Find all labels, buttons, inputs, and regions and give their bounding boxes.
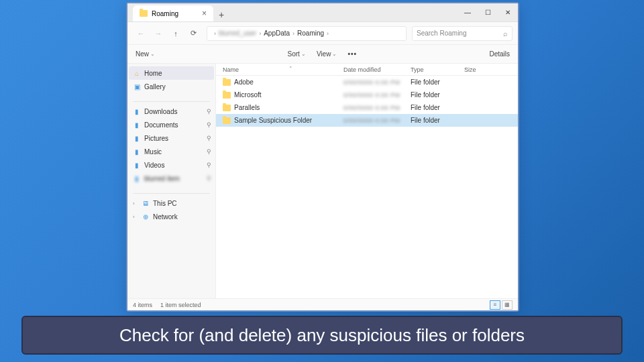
folder-icon [223, 117, 231, 124]
sidebar-item-home[interactable]: ⌂ Home [129, 66, 214, 80]
chevron-right-icon: › [292, 30, 294, 37]
pin-icon: ⚲ [207, 175, 211, 182]
folder-icon [140, 10, 148, 17]
file-date: 0/00/0000 0:00 PM [343, 92, 400, 99]
new-button[interactable]: New ⌄ [136, 50, 155, 58]
more-button[interactable]: ••• [347, 50, 357, 58]
sort-button[interactable]: Sort ⌄ [288, 50, 306, 58]
sidebar-item-documents[interactable]: ▮Documents⚲ [127, 118, 215, 131]
breadcrumb-appdata[interactable]: AppData [264, 29, 290, 37]
address-bar: ← → ↑ ⟳ › blurred_user › AppData › Roami… [127, 22, 518, 45]
file-explorer-window: Roaming × + — ☐ ✕ ← → ↑ ⟳ › blurred_user… [126, 2, 519, 312]
close-window-button[interactable]: ✕ [498, 3, 518, 21]
pin-icon: ⚲ [207, 108, 211, 115]
forward-button[interactable]: → [150, 25, 166, 42]
chevron-down-icon: ⌄ [301, 51, 306, 57]
details-button[interactable]: Details [489, 50, 510, 58]
file-name: Sample Suspicious Folder [234, 117, 312, 124]
sidebar-item-gallery[interactable]: ▣ Gallery [127, 80, 215, 93]
window-controls: — ☐ ✕ [458, 3, 518, 21]
chevron-right-icon: › [327, 30, 329, 37]
status-bar: 4 items 1 item selected ≡ ▦ [127, 298, 518, 310]
pin-icon: ⚲ [207, 162, 211, 168]
file-date: 0/00/0000 0:00 PM [343, 117, 400, 124]
search-icon: ⌕ [503, 29, 508, 38]
file-row[interactable]: Adobe 0/00/0000 0:00 PM File folder [216, 76, 518, 88]
file-type: File folder [411, 104, 464, 111]
file-type: File folder [411, 91, 464, 99]
file-name: Parallels [234, 104, 260, 111]
back-button[interactable]: ← [133, 25, 149, 42]
tab-roaming[interactable]: Roaming × [133, 5, 213, 21]
maximize-button[interactable]: ☐ [478, 3, 498, 21]
sidebar-item-pictures[interactable]: ▮Pictures⚲ [127, 131, 215, 145]
toolbar: New ⌄ Sort ⌄ View ⌄ ••• Details [127, 45, 518, 64]
column-date[interactable]: Date modified [343, 66, 411, 73]
file-date: 0/00/0000 0:00 PM [343, 105, 400, 111]
file-type: File folder [411, 117, 464, 124]
chevron-down-icon: ⌄ [150, 51, 155, 57]
sidebar-item-network[interactable]: ›⊕Network [127, 210, 215, 223]
sidebar-item-videos[interactable]: ▮Videos⚲ [127, 158, 215, 172]
network-icon: ⊕ [142, 213, 150, 221]
chevron-right-icon: › [133, 214, 138, 220]
search-input[interactable]: Search Roaming ⌕ [412, 26, 513, 41]
sidebar-item-music[interactable]: ▮Music⚲ [127, 145, 215, 158]
search-placeholder: Search Roaming [417, 29, 466, 37]
divider [133, 101, 210, 102]
breadcrumb-roaming[interactable]: Roaming [297, 29, 324, 37]
file-type: File folder [411, 78, 464, 86]
breadcrumb-user[interactable]: blurred_user [219, 29, 256, 37]
folder-icon: ▮ [133, 174, 141, 182]
pin-icon: ⚲ [207, 148, 211, 155]
file-row[interactable]: Sample Suspicious Folder 0/00/0000 0:00 … [216, 114, 518, 127]
folder-icon: ▮ [133, 107, 141, 115]
chevron-right-icon: › [259, 30, 261, 37]
sidebar-item-downloads[interactable]: ▮Downloads⚲ [127, 105, 215, 118]
tab-title: Roaming [152, 10, 178, 17]
file-row[interactable]: Microsoft 0/00/0000 0:00 PM File folder [216, 88, 518, 101]
column-headers: Name Date modified Type Size [216, 64, 518, 76]
chevron-down-icon: ⌄ [332, 51, 337, 57]
file-name: Adobe [234, 78, 254, 86]
folder-icon [223, 92, 231, 99]
gallery-icon: ▣ [133, 82, 141, 90]
item-count: 4 items [133, 302, 152, 308]
thumbnails-view-button[interactable]: ▦ [502, 300, 513, 310]
breadcrumb[interactable]: › blurred_user › AppData › Roaming › [207, 26, 407, 41]
divider [133, 193, 210, 194]
content-area: ⌂ Home ▣ Gallery ▮Downloads⚲ ▮Documents⚲… [127, 64, 518, 298]
file-name: Microsoft [234, 91, 262, 99]
new-tab-button[interactable]: + [213, 9, 229, 21]
file-date: 0/00/0000 0:00 PM [343, 79, 400, 86]
navigation-sidebar: ⌂ Home ▣ Gallery ▮Downloads⚲ ▮Documents⚲… [127, 64, 216, 298]
file-list: Adobe 0/00/0000 0:00 PM File folder Micr… [216, 76, 518, 127]
folder-icon: ▮ [133, 134, 141, 142]
column-type[interactable]: Type [411, 66, 464, 73]
minimize-button[interactable]: — [458, 3, 478, 21]
folder-icon: ▮ [133, 147, 141, 156]
close-tab-icon[interactable]: × [202, 9, 207, 18]
up-button[interactable]: ↑ [168, 25, 184, 42]
file-row[interactable]: Parallels 0/00/0000 0:00 PM File folder [216, 101, 518, 114]
refresh-button[interactable]: ⟳ [185, 25, 201, 42]
folder-icon: ▮ [133, 121, 141, 129]
details-view-button[interactable]: ≡ [490, 300, 500, 310]
instruction-caption: Check for (and delete) any suspicious fi… [21, 316, 623, 355]
column-name[interactable]: Name [223, 66, 343, 73]
view-button[interactable]: View ⌄ [317, 50, 337, 58]
folder-icon [223, 79, 231, 86]
selection-count: 1 item selected [160, 302, 201, 308]
pin-icon: ⚲ [207, 121, 211, 128]
pc-icon: 🖥 [142, 199, 150, 207]
pin-icon: ⚲ [207, 135, 211, 141]
sidebar-item-blurred[interactable]: ▮blurred item⚲ [127, 172, 215, 185]
folder-icon: ▮ [133, 161, 141, 169]
home-icon: ⌂ [133, 69, 141, 77]
tab-bar: Roaming × + — ☐ ✕ [127, 3, 518, 22]
chevron-right-icon: › [133, 200, 138, 206]
column-size[interactable]: Size [464, 66, 498, 73]
file-list-pane: Name Date modified Type Size Adobe 0/00/… [216, 64, 518, 298]
sidebar-item-this-pc[interactable]: ›🖥This PC [127, 196, 215, 210]
folder-icon [223, 105, 231, 111]
